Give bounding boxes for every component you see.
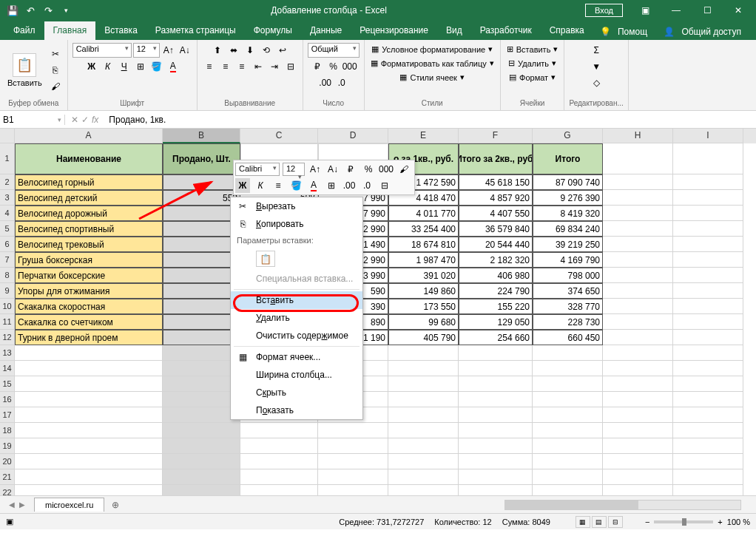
- font-color-icon[interactable]: A: [166, 59, 180, 74]
- bold-icon[interactable]: Ж: [84, 59, 99, 74]
- cell[interactable]: 4 011 770: [388, 206, 459, 221]
- page-break-view-icon[interactable]: ⊟: [608, 516, 623, 528]
- conditional-formatting-button[interactable]: ▦ Условное форматирование ▾: [370, 43, 494, 55]
- mini-dec-decimal-icon[interactable]: .0: [360, 178, 374, 193]
- currency-icon[interactable]: ₽: [310, 59, 325, 74]
- cell[interactable]: 9 276 390: [533, 190, 603, 206]
- qat-dropdown-icon[interactable]: ▾: [59, 4, 72, 17]
- header-total[interactable]: Итого: [533, 143, 603, 174]
- decrease-indent-icon[interactable]: ⇤: [251, 59, 266, 74]
- cell[interactable]: 87 090 740: [533, 174, 603, 190]
- italic-icon[interactable]: К: [101, 59, 115, 74]
- tab-developer[interactable]: Разработчик: [471, 21, 541, 40]
- cell[interactable]: [163, 299, 240, 314]
- col-header-D[interactable]: D: [318, 129, 388, 143]
- ctx-copy[interactable]: ⎘Копировать: [231, 215, 362, 233]
- cell[interactable]: Скакалка со счетчиком: [15, 314, 163, 330]
- tab-view[interactable]: Вид: [437, 21, 471, 40]
- cell[interactable]: Груша боксерская: [15, 252, 163, 268]
- cell[interactable]: 798 000: [533, 268, 603, 283]
- mini-size-combo[interactable]: 12: [283, 163, 305, 176]
- cell[interactable]: 224 790: [459, 283, 533, 299]
- ctx-hide[interactable]: Скрыть: [231, 384, 362, 401]
- cell[interactable]: 406 980: [459, 268, 533, 283]
- sheet-next-icon[interactable]: ▶: [19, 501, 25, 509]
- cell[interactable]: Скакалка скоростная: [15, 299, 163, 314]
- tab-help[interactable]: Справка: [541, 21, 593, 40]
- cell[interactable]: 129 050: [459, 314, 533, 330]
- mini-percent-icon[interactable]: %: [361, 162, 376, 177]
- cell[interactable]: 405 790: [388, 330, 459, 345]
- cell[interactable]: 99 680: [388, 314, 459, 330]
- align-left-icon[interactable]: ≡: [202, 59, 217, 74]
- save-icon[interactable]: 💾: [6, 4, 19, 17]
- align-top-icon[interactable]: ⬆: [210, 43, 225, 58]
- increase-decimal-icon[interactable]: .00: [318, 75, 333, 90]
- tell-me-button[interactable]: 💡 Помощ: [595, 24, 656, 40]
- cell[interactable]: 36 579 840: [459, 221, 533, 237]
- mini-merge-icon[interactable]: ⊟: [377, 178, 392, 193]
- close-icon[interactable]: ✕: [723, 0, 753, 21]
- col-header-E[interactable]: E: [388, 129, 459, 143]
- font-size-combo[interactable]: 12: [133, 43, 160, 58]
- ctx-paste-special[interactable]: Специальная вставка...: [231, 270, 362, 288]
- wrap-text-icon[interactable]: ↩: [275, 43, 290, 58]
- cell[interactable]: 39 219 250: [533, 237, 603, 252]
- tab-review[interactable]: Рецензирование: [351, 21, 437, 40]
- cell[interactable]: 1 987 470: [388, 252, 459, 268]
- cell[interactable]: 173 550: [388, 299, 459, 314]
- tab-formulas[interactable]: Формулы: [245, 21, 301, 40]
- cell[interactable]: 33 254 400: [388, 221, 459, 237]
- format-painter-icon[interactable]: 🖌: [48, 79, 63, 94]
- col-header-F[interactable]: F: [459, 129, 533, 143]
- normal-view-icon[interactable]: ▦: [576, 516, 590, 528]
- copy-icon[interactable]: ⎘: [48, 63, 63, 78]
- sheet-prev-icon[interactable]: ◀: [9, 501, 15, 509]
- align-middle-icon[interactable]: ⬌: [226, 43, 241, 58]
- mini-inc-decimal-icon[interactable]: .00: [342, 178, 357, 193]
- header-sold[interactable]: Продано, Шт.: [163, 143, 240, 174]
- login-button[interactable]: Вход: [585, 4, 623, 17]
- record-macro-icon[interactable]: ▣: [6, 517, 13, 526]
- sheet-tab[interactable]: microexcel.ru: [34, 498, 104, 512]
- autosum-icon[interactable]: Σ: [589, 43, 604, 58]
- cell[interactable]: 4 169 790: [533, 252, 603, 268]
- zoom-level[interactable]: 100 %: [727, 518, 750, 526]
- cancel-formula-icon[interactable]: ✕: [71, 115, 78, 125]
- zoom-in-icon[interactable]: +: [718, 518, 722, 526]
- cell[interactable]: 374 650: [533, 283, 603, 299]
- tab-home[interactable]: Главная: [44, 21, 96, 40]
- cell[interactable]: 254 660: [459, 330, 533, 345]
- paste-button[interactable]: 📋 Вставить: [4, 52, 45, 89]
- align-bottom-icon[interactable]: ⬇: [243, 43, 257, 58]
- decrease-font-icon[interactable]: A↓: [178, 43, 192, 58]
- tab-pagelayout[interactable]: Разметка страницы: [146, 21, 245, 40]
- cell[interactable]: 4 857 920: [459, 190, 533, 206]
- cell[interactable]: 328 770: [533, 299, 603, 314]
- decrease-decimal-icon[interactable]: .0: [334, 75, 349, 90]
- cell[interactable]: Велосипед горный: [15, 174, 163, 190]
- ctx-clear[interactable]: Очистить содержимое: [231, 327, 362, 345]
- ctx-format-cells[interactable]: ▦Формат ячеек...: [231, 348, 362, 366]
- cell[interactable]: Велосипед детский: [15, 190, 163, 206]
- increase-indent-icon[interactable]: ⇥: [267, 59, 282, 74]
- cell[interactable]: [163, 283, 240, 299]
- share-button[interactable]: 👤 Общий доступ: [659, 24, 750, 40]
- cell[interactable]: 45 618 150: [459, 174, 533, 190]
- horizontal-scrollbar[interactable]: [504, 500, 741, 510]
- mini-comma-icon[interactable]: 000: [379, 162, 394, 177]
- cell[interactable]: [163, 221, 240, 237]
- clear-icon[interactable]: ◇: [589, 75, 604, 90]
- mini-decrease-font-icon[interactable]: A↓: [325, 162, 340, 177]
- cell[interactable]: [163, 314, 240, 330]
- delete-cells-button[interactable]: ⊟ Удалить ▾: [507, 57, 558, 69]
- merge-icon[interactable]: ⊟: [283, 59, 298, 74]
- mini-font-combo[interactable]: Calibri: [235, 163, 280, 176]
- align-right-icon[interactable]: ≡: [234, 59, 249, 74]
- mini-currency-icon[interactable]: ₽: [343, 162, 358, 177]
- col-header-A[interactable]: A: [15, 129, 163, 143]
- mini-fill-color-icon[interactable]: 🪣: [288, 178, 303, 193]
- mini-align-icon[interactable]: ≡: [271, 178, 286, 193]
- cell[interactable]: 8 419 320: [533, 206, 603, 221]
- col-header-G[interactable]: G: [533, 129, 603, 143]
